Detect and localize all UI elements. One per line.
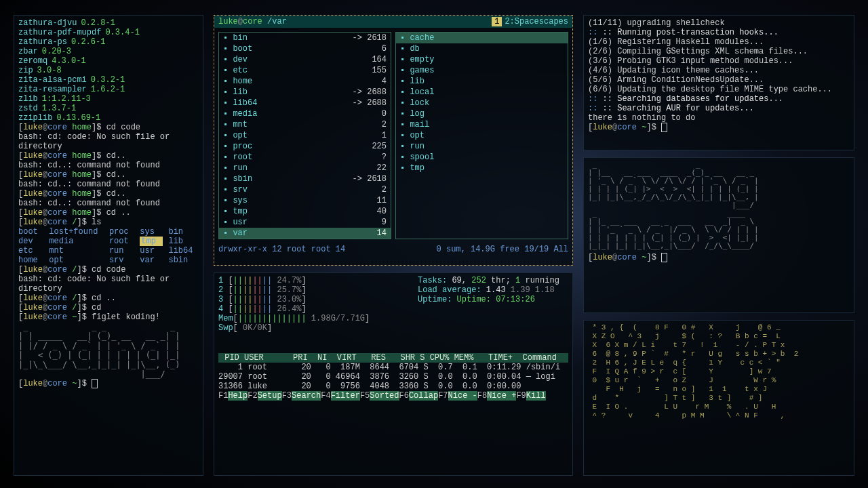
package-line: zathura-ps0.2.6-1 [18,37,199,47]
prompt[interactable]: [luke@core ~]$ [18,379,199,388]
package-line: zita-alsa-pcmi0.3.2-1 [18,75,199,85]
htop-fkeys[interactable]: F1HelpF2SetupF3SearchF4FilterF5SortedF6C… [218,391,568,401]
htop-summary: Tasks: 69, 252 thr; 1 running Load avera… [418,276,559,304]
ranger-column-left[interactable]: ▪ bin-> 2618▪ boot6▪ dev164▪ etc155▪ hom… [218,32,391,239]
ls-item: sbin [168,256,199,265]
prompt-line: [luke@core home]$ cd.. [18,170,199,180]
ranger-row[interactable]: ▪ proc225 [219,141,391,152]
ranger-header: luke@core /var 12:Spacescapes [214,16,572,28]
terminal-pacman[interactable]: (11/11) upgrading shellcheck :: :: Runni… [583,15,854,150]
ranger-column-right[interactable]: ▪ cache▪ db▪ empty▪ games▪ lib▪ local▪ l… [395,32,568,239]
ls-item: usr [140,246,163,256]
cpu-bar: 4 [|||||||| 26.4%] [218,304,568,314]
htop-header[interactable]: PID USER PRI NI VIRT RES SHR S CPU% MEM%… [218,353,568,363]
ranger-row[interactable]: ▪ lib [396,76,568,87]
ls-item: srv [109,256,134,265]
figlet-output: _ _ _ _ | | _____ __| (_)_ __ __ _| | | … [18,322,199,379]
ls-item: run [109,246,134,256]
process-row[interactable]: 29007 root 20 0 46964 3876 3260 S 0.0 0.… [218,372,568,382]
package-line: zlib1:1.2.11-3 [18,94,199,104]
terminal-figlet[interactable]: _ _ | |__ __ ___ ____ _(_)_ __ __ _ | '_… [583,157,854,313]
ranger-footer: drwxr-xr-x 12 root root 14 0 sum, 14.9G … [214,243,572,256]
prompt-line: [luke@core home]$ cd.. [18,189,199,199]
terminal-matrix[interactable]: * 3 , { ( 8 F 0 # X j @ 6 _ X Z O ^ 3 j … [583,320,854,476]
cursor-icon [92,379,98,388]
ls-item: lib [168,237,199,246]
ls-item: bin [168,227,199,237]
ranger-row[interactable]: ▪ var14 [219,228,391,239]
package-line: zathura-djvu0.2.8-1 [18,18,199,28]
tab-2[interactable]: 2:Spacescapes [505,17,568,26]
prompt-line: [luke@core /]$ ls [18,218,199,227]
ls-item: lost+found [49,227,104,237]
prompt-line: [luke@core home]$ cd .. [18,208,199,218]
ranger-row[interactable]: ▪ opt1 [219,130,391,141]
matrix-output: * 3 , { ( 8 F 0 # X j @ 6 _ X Z O ^ 3 j … [588,323,850,420]
ranger-row[interactable]: ▪ sbin-> 2618 [219,174,391,184]
process-row[interactable]: 31366 luke 20 0 9756 4048 3360 S 0.0 0.0… [218,382,568,391]
ranger-row[interactable]: ▪ tmp40 [219,206,391,217]
ranger-row[interactable]: ▪ etc155 [219,65,391,76]
ranger-row[interactable]: ▪ boot6 [219,43,391,54]
prompt-line: [luke@core /]$ cd [18,303,199,312]
ranger-row[interactable]: ▪ bin-> 2618 [219,33,391,43]
package-line: zziplib0.13.69-1 [18,113,199,123]
ranger-row[interactable]: ▪ run22 [219,163,391,174]
ranger-row[interactable]: ▪ run [396,141,568,152]
package-line: zip3.0-8 [18,66,199,75]
ranger-row[interactable]: ▪ lock [396,98,568,108]
hook-step: (5/6) Arming ConditionNeedsUpdate... [588,75,850,85]
ranger-row[interactable]: ▪ lib64-> 2688 [219,98,391,108]
process-row[interactable]: 1 root 20 0 187M 8644 6704 S 0.7 0.1 0:1… [218,363,568,372]
ls-item: home [18,256,43,265]
ranger-row[interactable]: ▪ sys11 [219,195,391,206]
ls-item: opt [49,256,104,265]
ranger-row[interactable]: ▪ log [396,108,568,119]
ranger-row[interactable]: ▪ opt [396,130,568,141]
ranger-row[interactable]: ▪ dev164 [219,54,391,65]
ranger-row[interactable]: ▪ games [396,65,568,76]
terminal-left[interactable]: zathura-djvu0.2.8-1zathura-pdf-mupdf0.3.… [14,15,203,476]
ls-item: mnt [49,246,104,256]
ranger-row[interactable]: ▪ usr9 [219,217,391,228]
ranger-row[interactable]: ▪ db [396,43,568,54]
hook-step: (1/6) Registering Haskell modules... [588,37,850,47]
ls-item: root [109,237,134,246]
package-line: zathura-pdf-mupdf0.3.4-1 [18,28,199,37]
hook-step: (4/6) Updating icon theme caches... [588,66,850,75]
ls-item: tmp [140,237,163,246]
ranger-row[interactable]: ▪ local [396,87,568,98]
ranger-row[interactable]: ▪ media0 [219,108,391,119]
hook-step: (3/6) Probing GTK3 input method modules.… [588,56,850,66]
package-line: zita-resampler1.6.2-1 [18,85,199,94]
ranger-row[interactable]: ▪ spool [396,152,568,163]
prompt-line: [luke@core ~]$ figlet koding! [18,312,199,322]
ranger-row[interactable]: ▪ mnt2 [219,119,391,130]
prompt-line: [luke@core home]$ cd code [18,123,199,132]
ranger-row[interactable]: ▪ lib-> 2688 [219,87,391,98]
hook-step: (6/6) Updating the desktop file MIME typ… [588,85,850,94]
prompt-line: [luke@core home]$ cd.. [18,151,199,161]
ranger-file-manager[interactable]: luke@core /var 12:Spacescapes ▪ bin-> 26… [214,15,573,266]
tab-1[interactable]: 1 [492,17,502,26]
ranger-row[interactable]: ▪ home4 [219,76,391,87]
ls-item: var [140,256,163,265]
ranger-row[interactable]: ▪ root? [219,152,391,163]
ls-item: sys [140,227,163,237]
ranger-row[interactable]: ▪ empty [396,54,568,65]
ls-item: boot [18,227,43,237]
ls-item: lib64 [168,246,199,256]
ranger-row[interactable]: ▪ cache [396,33,568,43]
package-line: zstd1.3.7-1 [18,104,199,113]
prompt-line: [luke@core /]$ cd .. [18,293,199,303]
ls-item: proc [109,227,134,237]
ls-item: etc [18,246,43,256]
htop[interactable]: 1 [|||||||| 24.7%] 2 [|||||||| 25.7%] 3 … [214,272,573,476]
prompt-line: [luke@core /]$ cd code [18,265,199,274]
ranger-row[interactable]: ▪ srv2 [219,184,391,195]
cursor-icon [661,123,667,132]
ranger-row[interactable]: ▪ tmp [396,163,568,174]
ranger-row[interactable]: ▪ mail [396,119,568,130]
hook-step: (2/6) Compiling GSettings XML schema fil… [588,47,850,56]
figlet-haxxing: _ _ | |__ __ ___ ____ _(_)_ __ __ _ | '_… [588,161,850,250]
